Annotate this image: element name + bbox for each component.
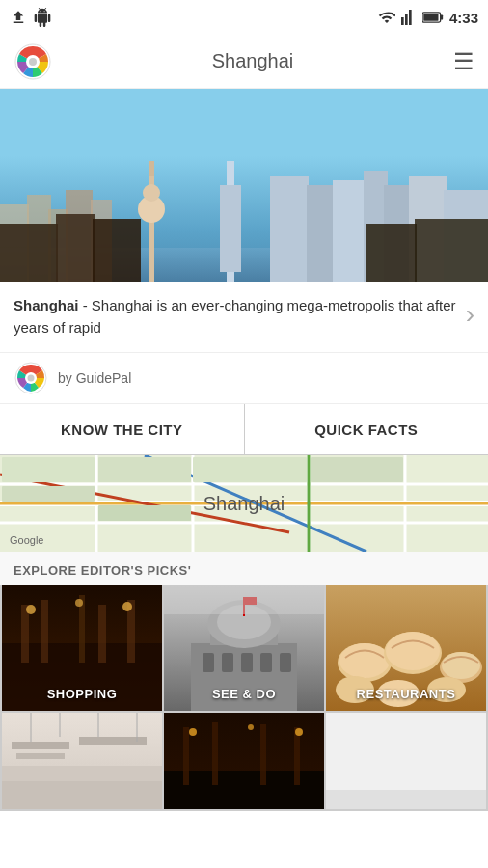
svg-rect-28 (93, 219, 141, 282)
svg-rect-54 (21, 605, 29, 663)
status-bar-left (10, 8, 52, 27)
svg-rect-105 (326, 790, 486, 809)
skyline-illustration (0, 156, 488, 282)
restaurants-label: RESTAURANTS (326, 687, 486, 701)
svg-rect-46 (2, 457, 95, 482)
menu-button[interactable]: ☰ (453, 48, 474, 75)
svg-rect-27 (56, 214, 95, 282)
svg-point-60 (75, 599, 83, 607)
svg-rect-18 (307, 185, 336, 282)
svg-rect-48 (98, 457, 191, 482)
android-icon (33, 8, 52, 27)
svg-rect-51 (311, 457, 403, 482)
google-label: Google (10, 534, 43, 546)
status-bar: 4:33 (0, 0, 488, 35)
svg-rect-16 (149, 161, 154, 176)
svg-rect-13 (149, 166, 154, 282)
status-bar-right: 4:33 (378, 9, 478, 26)
svg-rect-49 (98, 505, 191, 521)
svg-rect-100 (294, 727, 300, 785)
description-body: - Shanghai is an ever-changing mega-metr… (14, 297, 456, 336)
svg-rect-86 (2, 780, 162, 809)
picks-grid: SHOPPING (0, 585, 488, 713)
svg-rect-29 (415, 219, 488, 282)
city-name-bold: Shanghai (14, 297, 79, 313)
svg-rect-47 (2, 486, 95, 502)
picks-item-restaurants[interactable]: RESTAURANTS (326, 585, 486, 711)
svg-rect-2 (423, 14, 438, 21)
see-do-label: SEE & DO (164, 687, 324, 701)
bottom-item-2-bg (164, 713, 324, 809)
svg-point-5 (29, 58, 37, 66)
svg-rect-68 (222, 653, 233, 672)
description-text: Shanghai - Shanghai is an ever-changing … (14, 295, 458, 339)
svg-point-33 (28, 375, 35, 382)
svg-rect-90 (16, 753, 65, 759)
description-card[interactable]: Shanghai - Shanghai is an ever-changing … (0, 282, 488, 353)
svg-point-103 (295, 728, 303, 736)
svg-rect-55 (41, 600, 48, 663)
shopping-label: SHOPPING (2, 687, 162, 701)
picks-item-bottom-2[interactable] (164, 713, 324, 809)
svg-rect-19 (333, 180, 366, 282)
upload-icon (10, 9, 27, 26)
svg-point-77 (339, 643, 390, 678)
section-header: EXPLORE EDITOR'S PICKS' (0, 552, 488, 585)
svg-rect-69 (241, 653, 253, 672)
svg-rect-1 (441, 14, 444, 19)
guidepal-logo (14, 361, 48, 395)
svg-rect-57 (98, 605, 106, 663)
svg-point-101 (189, 728, 197, 736)
svg-rect-17 (270, 176, 309, 282)
svg-point-79 (386, 632, 440, 670)
svg-rect-26 (0, 224, 58, 282)
wifi-icon (378, 9, 395, 26)
svg-rect-99 (260, 724, 266, 785)
by-guidepal-text: by GuidePal (58, 370, 131, 386)
svg-point-102 (248, 724, 254, 730)
map-city-label: Shanghai (203, 493, 285, 515)
svg-rect-98 (212, 722, 218, 785)
svg-rect-74 (164, 585, 324, 614)
picks-item-see-do[interactable]: SEE & DO (164, 585, 324, 711)
bottom-item-3-bg (326, 713, 486, 809)
picks-grid-bottom (0, 713, 488, 811)
svg-point-61 (122, 602, 132, 611)
svg-rect-71 (280, 653, 291, 672)
svg-rect-25 (220, 185, 241, 272)
svg-rect-30 (366, 224, 417, 282)
svg-rect-87 (2, 766, 162, 781)
tabs-row: KNOW THE CITY QUICK FACTS (0, 404, 488, 455)
svg-point-15 (143, 184, 160, 202)
attribution-row: by GuidePal (0, 353, 488, 404)
battery-icon (422, 11, 444, 24)
svg-rect-50 (193, 457, 307, 482)
hero-image (0, 89, 488, 282)
svg-rect-70 (260, 653, 272, 672)
signal-icon (401, 10, 417, 25)
time-display: 4:33 (449, 10, 478, 26)
app-logo (14, 42, 52, 81)
tab-quick-facts[interactable]: QUICK FACTS (245, 404, 489, 454)
tab-know-the-city[interactable]: KNOW THE CITY (0, 404, 245, 454)
svg-rect-97 (183, 727, 189, 785)
app-bar: Shanghai ☰ (0, 35, 488, 89)
svg-rect-67 (203, 653, 214, 672)
picks-item-shopping[interactable]: SHOPPING (2, 585, 162, 711)
picks-item-bottom-1[interactable] (2, 713, 162, 809)
map-section[interactable]: Shanghai Google (0, 455, 488, 552)
bottom-item-1-bg (2, 713, 162, 809)
chevron-right-icon[interactable]: › (466, 299, 474, 330)
app-title: Shanghai (212, 50, 294, 72)
svg-rect-88 (12, 742, 69, 749)
svg-point-59 (26, 605, 36, 614)
picks-item-bottom-3[interactable] (326, 713, 486, 809)
